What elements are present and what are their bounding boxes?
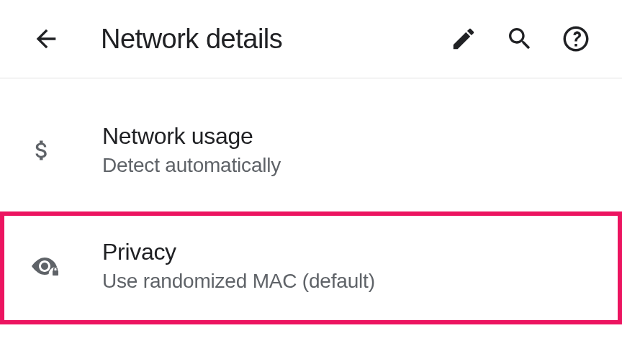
arrow-back-icon bbox=[32, 24, 60, 53]
privacy-item[interactable]: Privacy Use randomized MAC (default) bbox=[0, 211, 622, 324]
setting-icon-container bbox=[29, 252, 72, 281]
setting-title: Privacy bbox=[102, 239, 593, 265]
setting-text: Privacy Use randomized MAC (default) bbox=[102, 239, 593, 293]
setting-subtitle: Use randomized MAC (default) bbox=[102, 270, 593, 293]
help-icon bbox=[561, 24, 591, 54]
header-actions bbox=[446, 22, 593, 56]
edit-button[interactable] bbox=[446, 22, 481, 56]
header: Network details bbox=[0, 0, 622, 78]
setting-title: Network usage bbox=[102, 123, 593, 150]
search-icon bbox=[505, 24, 534, 53]
edit-icon bbox=[450, 25, 477, 53]
help-button[interactable] bbox=[559, 22, 593, 56]
search-button[interactable] bbox=[502, 22, 537, 56]
dollar-icon bbox=[29, 137, 55, 163]
privacy-eye-lock-icon bbox=[29, 252, 65, 281]
settings-list: Network usage Detect automatically Priva… bbox=[0, 78, 622, 324]
back-button[interactable] bbox=[29, 22, 63, 56]
setting-text: Network usage Detect automatically bbox=[102, 123, 593, 177]
network-usage-item[interactable]: Network usage Detect automatically bbox=[0, 107, 622, 193]
page-title: Network details bbox=[101, 24, 446, 55]
setting-subtitle: Detect automatically bbox=[102, 154, 593, 177]
setting-icon-container bbox=[29, 137, 72, 163]
